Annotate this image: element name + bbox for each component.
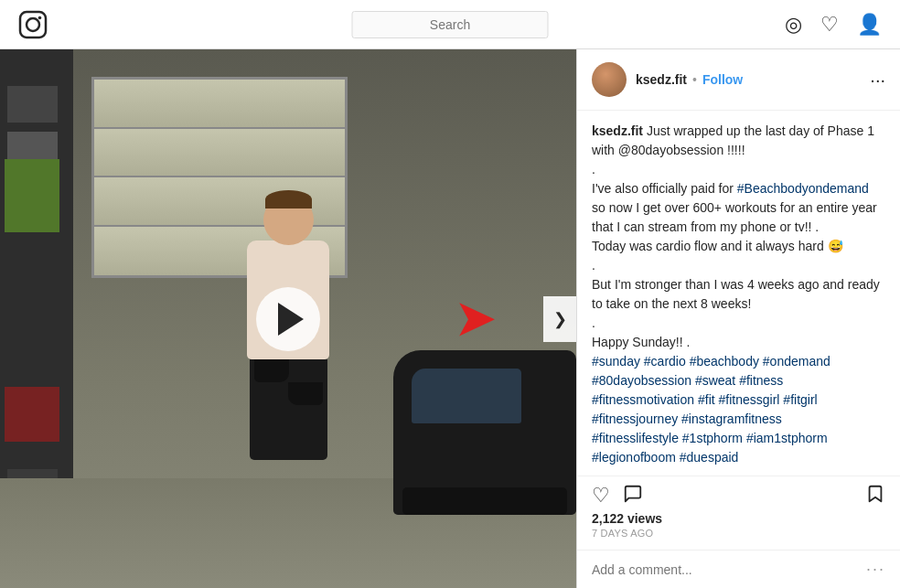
separator: • — [692, 72, 697, 87]
hashtag-fitnesslifestyle[interactable]: #fitnesslifestyle — [592, 431, 679, 445]
right-panel: ksedz.fit • Follow ··· ksedz.fit Just wr… — [576, 49, 900, 588]
hashtag-beachbodyondemand[interactable]: #Beachbodyondemand — [737, 181, 869, 196]
play-button[interactable] — [256, 287, 320, 351]
person-pants — [250, 359, 327, 460]
follow-button[interactable]: Follow — [702, 72, 743, 87]
more-options-icon[interactable]: ··· — [870, 69, 885, 91]
main-layout: ➤ ❯ ksedz.fit • Follow ··· ksedz.fit J — [0, 49, 900, 588]
shelf-green-item — [5, 159, 59, 232]
play-triangle-icon — [278, 303, 304, 336]
caption-username[interactable]: ksedz.fit — [592, 123, 643, 138]
caption-text: ksedz.fit Just wrapped up the last day o… — [592, 122, 885, 467]
comment-area: ··· — [577, 550, 900, 588]
post-header-info: ksedz.fit • Follow — [636, 72, 861, 87]
hashtag-fitnessgirl[interactable]: #fitnessgirl — [719, 392, 780, 407]
shelf-red-item — [5, 387, 59, 442]
hashtag-fit[interactable]: #fit — [698, 392, 715, 407]
chevron-right-icon: ❯ — [553, 309, 567, 329]
hashtag-fitnessmotivation[interactable]: #fitnessmotivation — [592, 392, 694, 407]
hashtag-fitnessjourney[interactable]: #fitnessjourney — [592, 412, 678, 426]
caption-area: ksedz.fit Just wrapped up the last day o… — [577, 111, 900, 476]
post-time: 7 days ago — [592, 528, 885, 546]
video-scene: ➤ ❯ — [0, 49, 576, 588]
car-body-lower — [402, 487, 567, 515]
post-username[interactable]: ksedz.fit — [636, 72, 687, 87]
hashtag-1stphorm[interactable]: #1stphorm — [682, 431, 743, 445]
hashtag-80dayobsession[interactable]: #80dayobsession — [592, 373, 691, 388]
hashtag-legionofboom[interactable]: #legionofboom — [592, 450, 676, 465]
person-hair — [265, 190, 312, 208]
svg-rect-0 — [20, 12, 46, 37]
action-icons-row: ♡ — [592, 484, 885, 508]
instagram-logo — [18, 10, 48, 39]
hashtag-sunday[interactable]: #sunday — [592, 354, 640, 369]
like-button[interactable]: ♡ — [592, 486, 610, 506]
nav-activity-icon[interactable]: ♡ — [820, 15, 839, 35]
hashtag-ondemand[interactable]: #ondemand — [763, 354, 830, 369]
hashtag-beachbody[interactable]: #beachbody — [690, 354, 759, 369]
comment-input[interactable] — [592, 562, 857, 577]
nav-icons: ◎ ♡ 👤 — [785, 15, 882, 35]
red-arrow-indicator: ➤ — [455, 296, 494, 342]
search-container — [352, 11, 549, 38]
hashtag-duespaid[interactable]: #duespaid — [680, 450, 739, 465]
car — [393, 350, 576, 515]
hashtag-sweat[interactable]: #sweat — [695, 373, 735, 388]
views-count: 2,122 views — [592, 508, 885, 528]
hashtag-fitness[interactable]: #fitness — [739, 373, 783, 388]
avatar — [592, 62, 627, 97]
svg-point-2 — [38, 16, 42, 19]
shoe-left — [254, 359, 289, 382]
next-post-arrow[interactable]: ❯ — [543, 296, 576, 342]
nav-profile-icon[interactable]: 👤 — [857, 15, 882, 35]
video-container: ➤ ❯ — [0, 49, 576, 588]
post-actions: ♡ 2,122 views 7 days ago — [577, 476, 900, 550]
comment-button[interactable] — [623, 484, 643, 508]
avatar-image — [592, 62, 627, 97]
car-window — [412, 369, 521, 423]
shelf-item-2 — [7, 132, 58, 159]
hashtag-fitgirl[interactable]: #fitgirl — [783, 392, 817, 407]
hashtag-instagramfitness[interactable]: #instagramfitness — [681, 412, 782, 426]
top-nav: ◎ ♡ 👤 — [0, 0, 900, 49]
bookmark-button[interactable] — [865, 484, 885, 508]
shelf-item-1 — [7, 86, 58, 123]
svg-point-1 — [27, 18, 39, 31]
nav-compass-icon[interactable]: ◎ — [785, 15, 802, 35]
comment-more-icon[interactable]: ··· — [866, 560, 885, 579]
post-header: ksedz.fit • Follow ··· — [577, 49, 900, 111]
hashtag-iam1stphorm[interactable]: #iam1stphorm — [746, 431, 828, 445]
shoe-right — [288, 382, 323, 405]
hashtag-cardio[interactable]: #cardio — [644, 354, 686, 369]
search-input[interactable] — [352, 11, 549, 38]
person-head — [263, 195, 314, 245]
